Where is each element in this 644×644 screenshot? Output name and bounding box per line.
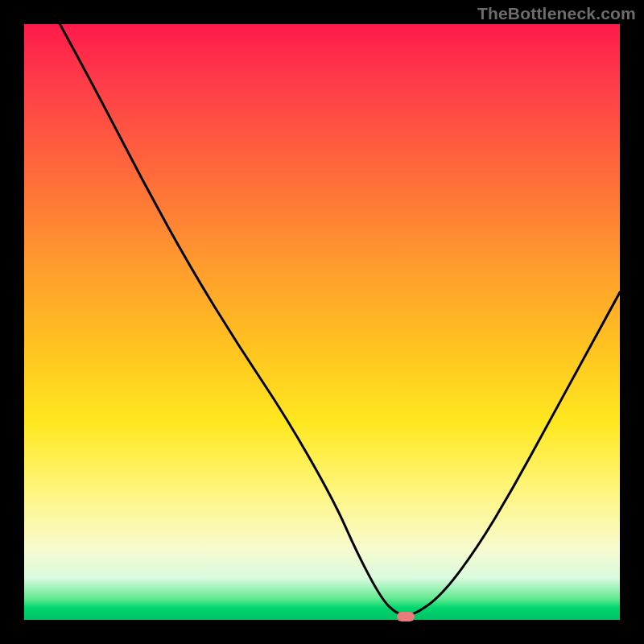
optimum-marker — [397, 612, 415, 621]
attribution-text: TheBottleneck.com — [477, 4, 636, 23]
plot-area — [24, 24, 620, 620]
chart-frame: TheBottleneck.com — [0, 0, 644, 644]
bottleneck-curve — [24, 24, 620, 620]
